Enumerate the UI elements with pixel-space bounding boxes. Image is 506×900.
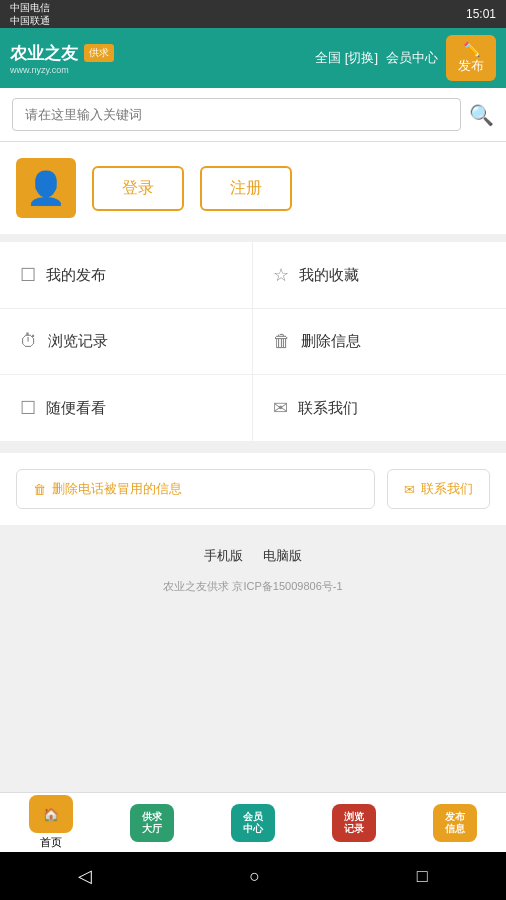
browse-history-label: 浏览记录 — [48, 332, 108, 351]
register-button[interactable]: 注册 — [200, 166, 292, 211]
delete-info-label: 删除信息 — [301, 332, 361, 351]
mobile-link[interactable]: 手机版 — [204, 548, 243, 563]
menu-grid: ☐ 我的发布 ☆ 我的收藏 ⏱ 浏览记录 🗑 删除信息 ☐ 随便看看 ✉ 联系我… — [0, 242, 506, 441]
contact-button[interactable]: ✉ 联系我们 — [387, 469, 490, 509]
bottom-nav: 🏠 首页 供求大厅 会员中心 浏览记录 发布信息 — [0, 792, 506, 852]
browse-random-item[interactable]: ☐ 随便看看 — [0, 375, 253, 441]
carrier2: 中国联通 — [10, 14, 50, 27]
android-nav: ◁ ○ □ — [0, 852, 506, 900]
history-icon: ⏱ — [20, 331, 38, 352]
status-bar: 中国电信 中国联通 15:01 — [0, 0, 506, 28]
pc-link[interactable]: 电脑版 — [263, 548, 302, 563]
favorites-icon: ☆ — [273, 264, 289, 286]
action-section: 🗑 删除电话被冒用的信息 ✉ 联系我们 — [0, 453, 506, 525]
nav-supply-icon: 供求大厅 — [130, 804, 174, 842]
supply-badge: 供求 — [84, 44, 114, 62]
carrier-info: 中国电信 中国联通 — [10, 1, 50, 27]
nav-member[interactable]: 会员中心 — [231, 804, 275, 842]
my-publish-item[interactable]: ☐ 我的发布 — [0, 242, 253, 309]
logo-main: 农业之友 — [10, 42, 78, 65]
my-favorites-label: 我的收藏 — [299, 266, 359, 285]
contact-btn-label: 联系我们 — [421, 480, 473, 498]
carrier1: 中国电信 — [10, 1, 50, 14]
nav-browse[interactable]: 浏览记录 — [332, 804, 376, 842]
android-home-button[interactable]: ○ — [249, 866, 260, 887]
contact-us-item[interactable]: ✉ 联系我们 — [253, 375, 506, 441]
publish-list-icon: ☐ — [20, 264, 36, 286]
nav-home-icon: 🏠 — [29, 795, 73, 833]
browse-random-label: 随便看看 — [46, 399, 106, 418]
delete-phone-icon: 🗑 — [33, 482, 46, 497]
random-icon: ☐ — [20, 397, 36, 419]
search-input[interactable] — [12, 98, 461, 131]
login-button[interactable]: 登录 — [92, 166, 184, 211]
header: 农业之友 供求 www.nyzy.com 全国 [切换] 会员中心 ✏️ 发布 — [0, 28, 506, 88]
logo-sub: www.nyzy.com — [10, 65, 307, 75]
nav-browse-icon: 浏览记录 — [332, 804, 376, 842]
contact-icon: ✉ — [273, 397, 288, 419]
footer-copyright: 农业之友供求 京ICP备15009806号-1 — [0, 575, 506, 598]
delete-phone-button[interactable]: 🗑 删除电话被冒用的信息 — [16, 469, 375, 509]
publish-button[interactable]: ✏️ 发布 — [446, 35, 496, 81]
search-bar: 🔍 — [0, 88, 506, 142]
nav-member-icon: 会员中心 — [231, 804, 275, 842]
nav-publish-icon: 发布信息 — [433, 804, 477, 842]
nav-publish[interactable]: 发布信息 — [433, 804, 477, 842]
nav-supply[interactable]: 供求大厅 — [130, 804, 174, 842]
avatar: 👤 — [16, 158, 76, 218]
publish-icon: ✏️ — [463, 41, 480, 57]
region-button[interactable]: 全国 [切换] — [315, 49, 378, 67]
android-back-button[interactable]: ◁ — [78, 865, 92, 887]
browse-history-item[interactable]: ⏱ 浏览记录 — [0, 309, 253, 375]
user-section: 👤 登录 注册 — [0, 142, 506, 234]
contact-us-label: 联系我们 — [298, 399, 358, 418]
avatar-icon: 👤 — [26, 169, 66, 207]
contact-btn-icon: ✉ — [404, 482, 415, 497]
nav-home[interactable]: 🏠 首页 — [29, 795, 73, 850]
footer-links: 手机版 电脑版 — [0, 537, 506, 575]
my-favorites-item[interactable]: ☆ 我的收藏 — [253, 242, 506, 309]
logo-area: 农业之友 供求 www.nyzy.com — [10, 42, 307, 75]
member-center-button[interactable]: 会员中心 — [386, 49, 438, 67]
my-publish-label: 我的发布 — [46, 266, 106, 285]
publish-label: 发布 — [458, 57, 484, 75]
android-recent-button[interactable]: □ — [417, 866, 428, 887]
delete-info-item[interactable]: 🗑 删除信息 — [253, 309, 506, 375]
time: 15:01 — [466, 7, 496, 21]
delete-icon: 🗑 — [273, 331, 291, 352]
search-icon: 🔍 — [469, 104, 494, 126]
search-button[interactable]: 🔍 — [469, 103, 494, 127]
delete-phone-label: 删除电话被冒用的信息 — [52, 480, 182, 498]
nav-home-label: 首页 — [40, 835, 62, 850]
